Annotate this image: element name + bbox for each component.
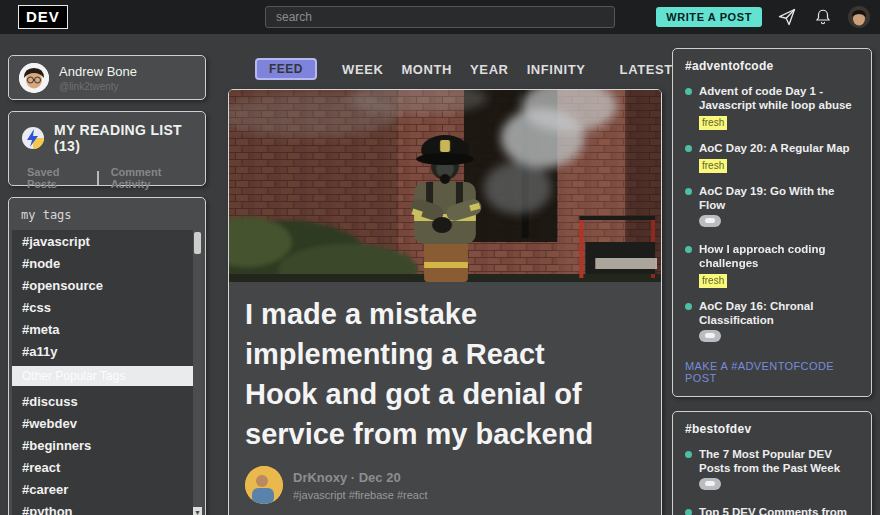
list-item: AoC Day 19: Go With the Flow — [685, 184, 859, 231]
tab-feed[interactable]: FEED — [255, 58, 317, 80]
search-input[interactable] — [265, 6, 615, 28]
make-adventofcode-post-link[interactable]: MAKE A #ADVENTOFCODE POST — [685, 360, 859, 384]
post-link[interactable]: The 7 Most Popular DEV Posts from the Pa… — [699, 447, 859, 475]
sidebar-tag-node[interactable]: #node — [12, 252, 202, 274]
right-sidebar: #adventofcode Advent of code Day 1 - Jav… — [672, 48, 872, 515]
list-item: Advent of code Day 1 - Javascript while … — [685, 84, 859, 130]
profile-name: Andrew Bone — [59, 64, 137, 79]
fresh-badge: fresh — [699, 159, 727, 173]
tab-saved-posts[interactable]: Saved Posts — [27, 166, 85, 190]
post-link[interactable]: AoC Day 16: Chronal Classification — [699, 299, 859, 327]
bullet-icon — [685, 188, 692, 195]
article-card: I made a mistake implementing a React Ho… — [228, 89, 662, 515]
fresh-badge: fresh — [699, 116, 727, 130]
top-navbar: DEV WRITE A POST — [0, 0, 880, 34]
author-avatar[interactable] — [245, 466, 283, 504]
bullet-icon — [685, 145, 692, 152]
tab-divider — [97, 171, 99, 185]
list-item: AoC Day 20: A Regular Map fresh — [685, 141, 859, 173]
profile-meta: Andrew Bone @link2twenty — [59, 64, 137, 92]
scrollbar-down-arrow[interactable]: ▼ — [193, 507, 202, 515]
sidebar-tag-opensource[interactable]: #opensource — [12, 274, 202, 296]
sidebar-tag-react[interactable]: #react — [12, 456, 202, 478]
profile-username: @link2twenty — [59, 81, 137, 92]
main-column: FEED WEEK MONTH YEAR INFINITY LATEST — [228, 57, 662, 515]
reading-list-icon — [21, 126, 45, 150]
sidebar-tag-python[interactable]: #python — [12, 500, 202, 515]
left-sidebar: Andrew Bone @link2twenty MY READING LIST… — [8, 55, 206, 515]
tab-infinity[interactable]: INFINITY — [527, 62, 586, 77]
reading-list-link[interactable]: MY READING LIST (13) — [21, 122, 193, 154]
bullet-icon — [685, 451, 692, 458]
my-tags-header: my tags — [12, 206, 202, 230]
reading-list-title: MY READING LIST (13) — [54, 122, 193, 154]
fresh-badge: fresh — [699, 274, 727, 288]
sidebar-tag-discuss[interactable]: #discuss — [12, 390, 202, 412]
bullet-icon — [685, 246, 692, 253]
sidebar-tag-beginners[interactable]: #beginners — [12, 434, 202, 456]
list-item: Top 5 DEV Comments from the Past Week — [685, 505, 859, 515]
tab-year[interactable]: YEAR — [470, 62, 509, 77]
comment-count-icon — [699, 330, 721, 342]
tags-scrollbar[interactable]: ▼ — [193, 230, 202, 515]
tab-latest[interactable]: LATEST — [620, 62, 673, 77]
article-title[interactable]: I made a mistake implementing a React Ho… — [229, 282, 624, 458]
tags-card: my tags #javascript #node #opensource #c… — [8, 197, 206, 515]
author-meta: DrKnoxy · Dec 20 #javascript #firebase #… — [293, 470, 428, 501]
reading-list-card: MY READING LIST (13) Saved Posts Comment… — [8, 111, 206, 186]
post-link[interactable]: Advent of code Day 1 - Javascript while … — [699, 84, 859, 112]
paper-plane-icon[interactable] — [776, 6, 798, 28]
tab-comment-activity[interactable]: Comment Activity — [111, 166, 193, 190]
profile-avatar — [19, 63, 49, 93]
tags-list: #javascript #node #opensource #css #meta… — [12, 230, 202, 515]
sidebar-tag-career[interactable]: #career — [12, 478, 202, 500]
sidebar-tag-javascript[interactable]: #javascript — [12, 230, 202, 252]
dev-logo[interactable]: DEV — [18, 5, 68, 29]
adventofcode-card: #adventofcode Advent of code Day 1 - Jav… — [672, 48, 872, 397]
post-link[interactable]: AoC Day 20: A Regular Map — [699, 141, 859, 155]
article-author-row: DrKnoxy · Dec 20 #javascript #firebase #… — [229, 458, 661, 504]
comment-count-icon — [699, 478, 721, 490]
list-item: The 7 Most Popular DEV Posts from the Pa… — [685, 447, 859, 494]
sidebar-tag-a11y[interactable]: #a11y — [12, 340, 202, 362]
reading-list-tabs: Saved Posts Comment Activity — [21, 166, 193, 190]
post-link[interactable]: How I approach coding challenges — [699, 242, 859, 270]
adventofcode-header: #adventofcode — [685, 59, 859, 73]
feed-tab-bar: FEED WEEK MONTH YEAR INFINITY LATEST — [255, 57, 662, 81]
sidebar-tag-meta[interactable]: #meta — [12, 318, 202, 340]
post-link[interactable]: AoC Day 19: Go With the Flow — [699, 184, 859, 212]
bestofdev-header: #bestofdev — [685, 422, 859, 436]
comment-count-icon — [699, 215, 721, 227]
scrollbar-thumb[interactable] — [194, 232, 201, 254]
bestofdev-card: #bestofdev The 7 Most Popular DEV Posts … — [672, 411, 872, 515]
list-item: How I approach coding challenges fresh — [685, 242, 859, 288]
bullet-icon — [685, 509, 692, 515]
sidebar-tag-webdev[interactable]: #webdev — [12, 412, 202, 434]
bullet-icon — [685, 303, 692, 310]
page: DEV WRITE A POST Andrew Bone @link2twent… — [0, 0, 880, 515]
write-post-button[interactable]: WRITE A POST — [656, 7, 762, 27]
post-link[interactable]: Top 5 DEV Comments from the Past Week — [699, 505, 859, 515]
article-tags[interactable]: #javascript #firebase #react — [293, 489, 428, 501]
tab-week[interactable]: WEEK — [342, 62, 383, 77]
article-cover-image[interactable] — [229, 90, 661, 282]
author-name-date[interactable]: DrKnoxy · Dec 20 — [293, 470, 428, 485]
bullet-icon — [685, 88, 692, 95]
other-popular-tags-divider[interactable]: Other Popular Tags — [12, 366, 202, 386]
user-avatar[interactable] — [848, 6, 870, 28]
bell-icon[interactable] — [812, 6, 834, 28]
sidebar-tag-css[interactable]: #css — [12, 296, 202, 318]
navbar-actions: WRITE A POST — [656, 0, 870, 34]
profile-card[interactable]: Andrew Bone @link2twenty — [8, 55, 206, 100]
tab-month[interactable]: MONTH — [401, 62, 452, 77]
list-item: AoC Day 16: Chronal Classification — [685, 299, 859, 346]
